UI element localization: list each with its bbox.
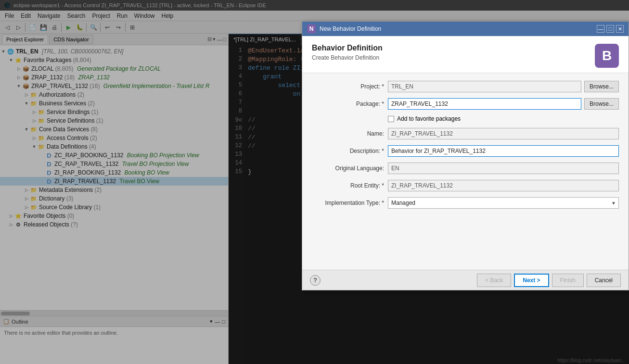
form-field-impl-type: Managed Unmanaged Abstract ▼ [388, 197, 619, 209]
dialog-header-title: Behavior Definition [312, 44, 590, 52]
form-row-favorite: Add to favorite packages [312, 115, 619, 122]
modal-overlay: N New Behavior Definition — □ ✕ Behavior… [0, 0, 629, 364]
form-row-description: Description: * [312, 145, 619, 157]
back-button[interactable]: < Back [477, 274, 511, 287]
form-row-package: Package: * Browse... [312, 98, 619, 110]
root-entity-input[interactable] [388, 180, 619, 191]
dialog-header-icon: B [595, 44, 619, 68]
form-label-name: Name: [312, 130, 384, 137]
dialog-header-text: Behavior Definition Create Behavior Defi… [312, 44, 590, 61]
project-input[interactable] [388, 81, 581, 92]
dialog-header: Behavior Definition Create Behavior Defi… [302, 36, 629, 73]
form-field-orig-lang [388, 163, 619, 174]
form-label-package: Package: * [312, 100, 384, 107]
dialog-header-icon-text: B [602, 48, 612, 63]
package-input[interactable] [388, 98, 581, 110]
help-button[interactable]: ? [310, 275, 321, 286]
form-row-impl-type: Implementation Type: * Managed Unmanaged… [312, 197, 619, 209]
project-browse-btn[interactable]: Browse... [584, 81, 619, 92]
dialog-maximize-btn[interactable]: □ [606, 25, 614, 33]
form-field-package: Browse... [388, 98, 619, 110]
favorite-label: Add to favorite packages [397, 115, 461, 122]
cancel-button[interactable]: Cancel [587, 274, 621, 287]
dialog-title-icon: N [307, 25, 316, 33]
next-button[interactable]: Next > [514, 274, 549, 287]
dialog-footer-left: ? [310, 275, 321, 286]
form-field-description [388, 145, 619, 157]
dialog-footer: ? < Back Next > Finish Cancel [302, 270, 629, 290]
form-label-impl-type: Implementation Type: * [312, 200, 384, 206]
orig-lang-input[interactable] [388, 163, 619, 174]
dialog-body: Project: * Browse... Package: * Browse..… [302, 73, 629, 270]
form-label-orig-lang: Original Language: [312, 165, 384, 172]
dialog-titlebar-btns: — □ ✕ [597, 25, 624, 33]
dialog-header-sub: Create Behavior Definition [312, 54, 590, 61]
name-input[interactable] [388, 128, 619, 139]
package-browse-btn[interactable]: Browse... [584, 98, 619, 110]
dialog-minimize-btn[interactable]: — [597, 25, 604, 33]
impl-type-select[interactable]: Managed Unmanaged Abstract [388, 197, 619, 209]
dialog-titlebar: N New Behavior Definition — □ ✕ [302, 22, 629, 36]
finish-button[interactable]: Finish [552, 274, 584, 287]
form-row-name: Name: [312, 128, 619, 139]
form-field-name [388, 128, 619, 139]
form-row-project: Project: * Browse... [312, 81, 619, 92]
form-row-orig-lang: Original Language: [312, 163, 619, 174]
impl-type-select-wrapper: Managed Unmanaged Abstract ▼ [388, 197, 619, 209]
form-label-root-entity: Root Entity: * [312, 182, 384, 189]
form-field-root-entity [388, 180, 619, 191]
form-field-project: Browse... [388, 81, 619, 92]
dialog-title-text: New Behavior Definition [320, 25, 381, 32]
form-label-project: Project: * [312, 83, 384, 90]
dialog-new-behavior: N New Behavior Definition — □ ✕ Behavior… [302, 21, 629, 290]
favorite-checkbox[interactable] [388, 116, 394, 122]
description-input[interactable] [388, 145, 619, 157]
dialog-close-btn[interactable]: ✕ [616, 25, 624, 33]
form-label-description: Description: * [312, 148, 384, 154]
form-row-root-entity: Root Entity: * [312, 180, 619, 191]
watermark: https://blog.csdn.net/xlayduan... [557, 358, 625, 363]
